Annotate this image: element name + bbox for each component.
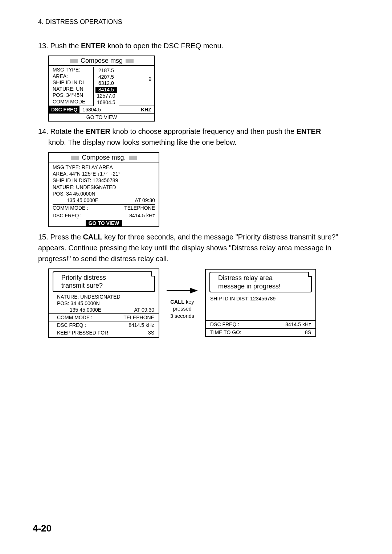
notch-icon (151, 271, 155, 276)
row-comm: COMM MODE : TELEPHONE (57, 314, 154, 321)
screen-flow: Priority distress transmit sure? NATURE:… (48, 268, 359, 338)
arrow-text: key (184, 299, 194, 305)
row-nature: NATURE: UNDESIGNATED (57, 294, 154, 300)
comm-label: COMM MODE : (57, 314, 93, 321)
label: AREA: (53, 73, 96, 80)
freq-option-selected[interactable]: 8414.5 (95, 87, 117, 93)
title-text: Compose msg (81, 57, 123, 65)
row-pos2: 135 45.0000E AT 09:30 (57, 307, 154, 313)
row-dsc: DSC FREQ : 8414.5 kHz (53, 212, 155, 219)
step-text: Press the (50, 233, 83, 241)
go-to-view[interactable]: GO TO VIEW (49, 113, 154, 121)
keep-label: KEEP PRESSED FOR (57, 329, 108, 336)
step-text: Push the (50, 42, 81, 50)
comm-label: COMM MODE : (53, 205, 88, 211)
row-msgtype: MSG TYPE: RELAY AREA (53, 164, 155, 171)
row-time: TIME TO GO: 8S (210, 329, 311, 336)
pos2-lon: 135 45.0000E (53, 197, 98, 204)
call-key: CALL (83, 233, 102, 241)
time-value: 8S (305, 329, 311, 336)
freq-option[interactable]: 6312.0 (97, 80, 115, 87)
arrow-text: 3 seconds (166, 313, 199, 320)
row-pos1: POS: 34 45.0000N (57, 300, 154, 307)
dsc-value: 8414.5 kHz (129, 212, 155, 219)
title-decor-icon (126, 59, 134, 63)
call-key: CALL (170, 299, 184, 305)
pos2-lon: 135 45.0000E (57, 307, 101, 313)
row-nature: NATURE: UNDESIGNATED (53, 184, 155, 190)
dialog-title: Priority distress transmit sure? (53, 271, 155, 292)
freq-option[interactable]: 4207.5 (97, 74, 115, 81)
notch-icon (308, 272, 312, 277)
title-line1: Priority distress (61, 274, 150, 282)
pos2-time: AT 09:30 (134, 307, 154, 313)
dsc-label: DSC FREQ : (53, 212, 82, 219)
step-num: 15. (38, 231, 48, 242)
screen-distress-relay: Distress relay area message in progress!… (205, 269, 316, 337)
label: SHIP ID IN DI (53, 79, 96, 86)
comm-value: TELEPHONE (124, 205, 155, 211)
row-keep: KEEP PRESSED FOR 3S (57, 329, 154, 336)
time-label: TIME TO GO: (210, 329, 241, 336)
screen-title: Compose msg. (49, 153, 159, 163)
label: MSG TYPE: (53, 67, 96, 73)
title-decor-icon (71, 156, 79, 160)
step-num: 13. (38, 40, 48, 51)
go-to-view[interactable]: GO TO VIEW (49, 220, 159, 226)
pos2-time: AT 09:30 (135, 197, 155, 204)
row-pos1: POS: 34 45.0000N (53, 190, 155, 197)
screen-priority-distress: Priority distress transmit sure? NATURE:… (48, 268, 159, 338)
title-line1: Distress relay area (218, 274, 307, 282)
enter-key: ENTER (81, 42, 106, 50)
dsc-label: DSC FREQ : (57, 322, 86, 328)
freq-dropdown[interactable]: 2187.5 4207.5 6312.0 8414.5 12577.0 1680… (93, 67, 119, 106)
dsc-value: 8414.5 kHz (285, 321, 311, 328)
step-num: 14. (38, 126, 48, 137)
section-header: 4. DISTRESS OPERATIONS (38, 18, 359, 26)
svg-marker-1 (190, 288, 198, 294)
row-comm: COMM MODE : TELEPHONE (53, 205, 155, 211)
step-text: knob to open the DSC FREQ menu. (106, 42, 224, 50)
dsc-freq-label: DSC FREQ (49, 106, 79, 113)
step-text-cont: knob. The display now looks something li… (48, 137, 359, 148)
row-dsc: DSC FREQ : 8414.5 kHz (210, 321, 311, 328)
step-13: 13. Push the ENTER knob to open the DSC … (38, 40, 359, 51)
title-decor-icon (70, 59, 78, 63)
step-text: Rotate the (50, 127, 86, 135)
row-pos2: 135 45.0000E AT 09:30 (53, 197, 155, 204)
screen-title: Compose msg (49, 56, 154, 66)
step-15: 15. Press the CALL key for three seconds… (38, 231, 359, 264)
comm-value: TELEPHONE (123, 314, 154, 321)
title-line2: message in progress! (218, 282, 307, 291)
title-line2: transmit sure? (61, 282, 150, 290)
arrow-label: CALL key pressed 3 seconds (166, 286, 199, 320)
dsc-value: 8414.5 kHz (128, 322, 154, 328)
enter-key: ENTER (297, 127, 321, 135)
row-shipid: SHIP ID IN DIST: 123456789 (53, 177, 155, 184)
step-text: knob to choose appropriate frequency and… (110, 127, 297, 135)
row-dsc: DSC FREQ : 8414.5 kHz (57, 322, 154, 328)
freq-option[interactable]: 12577.0 (97, 93, 115, 99)
dsc-freq-value: 16804.5 (79, 106, 104, 113)
arrow-right-icon (166, 286, 199, 295)
title-text: Compose msg. (82, 154, 126, 161)
row-shipid: SHIP ID IN DIST: 123456789 (210, 295, 311, 302)
dsc-label: DSC FREQ : (210, 321, 239, 328)
partial-digit: 9 (148, 76, 151, 82)
title-decor-icon (129, 156, 137, 160)
label: POS: 34°45N (53, 92, 96, 99)
label: COMM MODE (53, 99, 96, 105)
screen-dsc-freq-menu: Compose msg MSG TYPE: AREA: SHIP ID IN D… (48, 56, 359, 122)
arrow-text: pressed (166, 305, 199, 313)
step-14: 14. Rotate the ENTER knob to choose appr… (38, 126, 359, 148)
label: NATURE: UN (53, 86, 96, 93)
page-number: 4-20 (33, 523, 52, 534)
row-area: AREA: 44°N 125°E ↓17°→21° (53, 171, 155, 177)
screen-compose-msg: Compose msg. MSG TYPE: RELAY AREA AREA: … (48, 152, 359, 227)
keep-value: 3S (148, 329, 154, 336)
freq-option[interactable]: 16804.5 (97, 99, 115, 106)
khz-label: KHZ (141, 107, 154, 112)
field-labels: MSG TYPE: AREA: SHIP ID IN DI NATURE: UN… (49, 66, 97, 106)
freq-option[interactable]: 2187.5 (97, 67, 115, 74)
enter-key: ENTER (86, 127, 110, 135)
